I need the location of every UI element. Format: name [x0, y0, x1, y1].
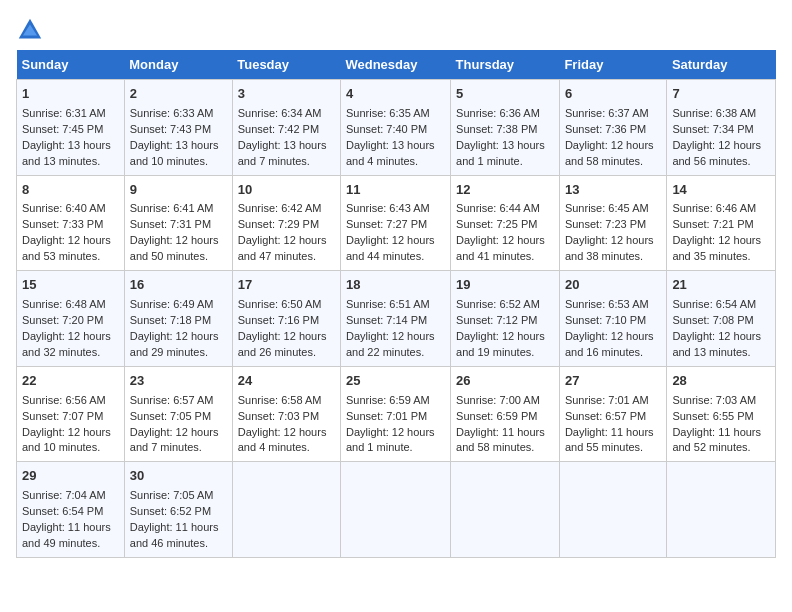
day-number: 29	[22, 467, 119, 486]
day-info: Sunrise: 6:53 AM Sunset: 7:10 PM Dayligh…	[565, 297, 661, 361]
day-info: Sunrise: 6:40 AM Sunset: 7:33 PM Dayligh…	[22, 201, 119, 265]
day-info: Sunrise: 6:57 AM Sunset: 7:05 PM Dayligh…	[130, 393, 227, 457]
day-info: Sunrise: 6:38 AM Sunset: 7:34 PM Dayligh…	[672, 106, 770, 170]
calendar-cell: 16Sunrise: 6:49 AM Sunset: 7:18 PM Dayli…	[124, 271, 232, 367]
calendar-week-row: 1Sunrise: 6:31 AM Sunset: 7:45 PM Daylig…	[17, 80, 776, 176]
day-number: 1	[22, 85, 119, 104]
day-number: 24	[238, 372, 335, 391]
day-info: Sunrise: 6:42 AM Sunset: 7:29 PM Dayligh…	[238, 201, 335, 265]
calendar-week-row: 15Sunrise: 6:48 AM Sunset: 7:20 PM Dayli…	[17, 271, 776, 367]
calendar-body: 1Sunrise: 6:31 AM Sunset: 7:45 PM Daylig…	[17, 80, 776, 558]
header	[16, 16, 776, 44]
calendar-week-row: 22Sunrise: 6:56 AM Sunset: 7:07 PM Dayli…	[17, 366, 776, 462]
calendar-cell: 23Sunrise: 6:57 AM Sunset: 7:05 PM Dayli…	[124, 366, 232, 462]
day-number: 14	[672, 181, 770, 200]
calendar-cell: 17Sunrise: 6:50 AM Sunset: 7:16 PM Dayli…	[232, 271, 340, 367]
calendar-cell: 11Sunrise: 6:43 AM Sunset: 7:27 PM Dayli…	[340, 175, 450, 271]
day-info: Sunrise: 6:46 AM Sunset: 7:21 PM Dayligh…	[672, 201, 770, 265]
day-number: 27	[565, 372, 661, 391]
calendar-cell: 9Sunrise: 6:41 AM Sunset: 7:31 PM Daylig…	[124, 175, 232, 271]
day-info: Sunrise: 6:41 AM Sunset: 7:31 PM Dayligh…	[130, 201, 227, 265]
calendar-cell: 19Sunrise: 6:52 AM Sunset: 7:12 PM Dayli…	[451, 271, 560, 367]
calendar-cell: 13Sunrise: 6:45 AM Sunset: 7:23 PM Dayli…	[559, 175, 666, 271]
day-number: 23	[130, 372, 227, 391]
day-info: Sunrise: 6:48 AM Sunset: 7:20 PM Dayligh…	[22, 297, 119, 361]
day-info: Sunrise: 6:54 AM Sunset: 7:08 PM Dayligh…	[672, 297, 770, 361]
day-info: Sunrise: 6:58 AM Sunset: 7:03 PM Dayligh…	[238, 393, 335, 457]
day-number: 13	[565, 181, 661, 200]
calendar-cell: 6Sunrise: 6:37 AM Sunset: 7:36 PM Daylig…	[559, 80, 666, 176]
calendar-cell: 21Sunrise: 6:54 AM Sunset: 7:08 PM Dayli…	[667, 271, 776, 367]
day-info: Sunrise: 7:00 AM Sunset: 6:59 PM Dayligh…	[456, 393, 554, 457]
day-number: 18	[346, 276, 445, 295]
day-number: 4	[346, 85, 445, 104]
day-info: Sunrise: 6:49 AM Sunset: 7:18 PM Dayligh…	[130, 297, 227, 361]
day-info: Sunrise: 7:05 AM Sunset: 6:52 PM Dayligh…	[130, 488, 227, 552]
calendar-cell: 24Sunrise: 6:58 AM Sunset: 7:03 PM Dayli…	[232, 366, 340, 462]
day-number: 16	[130, 276, 227, 295]
day-number: 7	[672, 85, 770, 104]
calendar-cell: 26Sunrise: 7:00 AM Sunset: 6:59 PM Dayli…	[451, 366, 560, 462]
calendar-week-row: 29Sunrise: 7:04 AM Sunset: 6:54 PM Dayli…	[17, 462, 776, 558]
day-number: 15	[22, 276, 119, 295]
day-number: 30	[130, 467, 227, 486]
day-info: Sunrise: 6:50 AM Sunset: 7:16 PM Dayligh…	[238, 297, 335, 361]
day-info: Sunrise: 7:01 AM Sunset: 6:57 PM Dayligh…	[565, 393, 661, 457]
day-info: Sunrise: 6:31 AM Sunset: 7:45 PM Dayligh…	[22, 106, 119, 170]
day-info: Sunrise: 6:36 AM Sunset: 7:38 PM Dayligh…	[456, 106, 554, 170]
calendar-week-row: 8Sunrise: 6:40 AM Sunset: 7:33 PM Daylig…	[17, 175, 776, 271]
day-number: 19	[456, 276, 554, 295]
calendar-cell: 12Sunrise: 6:44 AM Sunset: 7:25 PM Dayli…	[451, 175, 560, 271]
calendar-cell: 18Sunrise: 6:51 AM Sunset: 7:14 PM Dayli…	[340, 271, 450, 367]
day-number: 11	[346, 181, 445, 200]
calendar-cell: 8Sunrise: 6:40 AM Sunset: 7:33 PM Daylig…	[17, 175, 125, 271]
calendar-table: SundayMondayTuesdayWednesdayThursdayFrid…	[16, 50, 776, 558]
day-number: 8	[22, 181, 119, 200]
day-number: 17	[238, 276, 335, 295]
weekday-header: Tuesday	[232, 50, 340, 80]
day-info: Sunrise: 6:37 AM Sunset: 7:36 PM Dayligh…	[565, 106, 661, 170]
calendar-cell: 20Sunrise: 6:53 AM Sunset: 7:10 PM Dayli…	[559, 271, 666, 367]
day-info: Sunrise: 7:04 AM Sunset: 6:54 PM Dayligh…	[22, 488, 119, 552]
day-number: 26	[456, 372, 554, 391]
calendar-cell: 2Sunrise: 6:33 AM Sunset: 7:43 PM Daylig…	[124, 80, 232, 176]
day-number: 12	[456, 181, 554, 200]
logo	[16, 16, 48, 44]
day-info: Sunrise: 6:51 AM Sunset: 7:14 PM Dayligh…	[346, 297, 445, 361]
weekday-header: Friday	[559, 50, 666, 80]
weekday-header: Monday	[124, 50, 232, 80]
day-info: Sunrise: 6:59 AM Sunset: 7:01 PM Dayligh…	[346, 393, 445, 457]
logo-icon	[16, 16, 44, 44]
calendar-cell: 14Sunrise: 6:46 AM Sunset: 7:21 PM Dayli…	[667, 175, 776, 271]
day-info: Sunrise: 6:35 AM Sunset: 7:40 PM Dayligh…	[346, 106, 445, 170]
day-number: 2	[130, 85, 227, 104]
day-info: Sunrise: 7:03 AM Sunset: 6:55 PM Dayligh…	[672, 393, 770, 457]
weekday-header: Thursday	[451, 50, 560, 80]
day-number: 3	[238, 85, 335, 104]
calendar-cell: 1Sunrise: 6:31 AM Sunset: 7:45 PM Daylig…	[17, 80, 125, 176]
calendar-cell: 22Sunrise: 6:56 AM Sunset: 7:07 PM Dayli…	[17, 366, 125, 462]
weekday-header-row: SundayMondayTuesdayWednesdayThursdayFrid…	[17, 50, 776, 80]
calendar-cell: 28Sunrise: 7:03 AM Sunset: 6:55 PM Dayli…	[667, 366, 776, 462]
calendar-cell: 27Sunrise: 7:01 AM Sunset: 6:57 PM Dayli…	[559, 366, 666, 462]
calendar-cell	[451, 462, 560, 558]
day-number: 20	[565, 276, 661, 295]
day-number: 25	[346, 372, 445, 391]
calendar-cell: 5Sunrise: 6:36 AM Sunset: 7:38 PM Daylig…	[451, 80, 560, 176]
day-number: 5	[456, 85, 554, 104]
calendar-cell: 7Sunrise: 6:38 AM Sunset: 7:34 PM Daylig…	[667, 80, 776, 176]
calendar-cell: 15Sunrise: 6:48 AM Sunset: 7:20 PM Dayli…	[17, 271, 125, 367]
day-info: Sunrise: 6:52 AM Sunset: 7:12 PM Dayligh…	[456, 297, 554, 361]
day-number: 28	[672, 372, 770, 391]
calendar-cell	[559, 462, 666, 558]
calendar-cell: 29Sunrise: 7:04 AM Sunset: 6:54 PM Dayli…	[17, 462, 125, 558]
day-number: 6	[565, 85, 661, 104]
day-number: 22	[22, 372, 119, 391]
calendar-cell: 25Sunrise: 6:59 AM Sunset: 7:01 PM Dayli…	[340, 366, 450, 462]
day-info: Sunrise: 6:33 AM Sunset: 7:43 PM Dayligh…	[130, 106, 227, 170]
day-info: Sunrise: 6:43 AM Sunset: 7:27 PM Dayligh…	[346, 201, 445, 265]
day-info: Sunrise: 6:34 AM Sunset: 7:42 PM Dayligh…	[238, 106, 335, 170]
day-info: Sunrise: 6:56 AM Sunset: 7:07 PM Dayligh…	[22, 393, 119, 457]
day-info: Sunrise: 6:45 AM Sunset: 7:23 PM Dayligh…	[565, 201, 661, 265]
calendar-cell	[232, 462, 340, 558]
